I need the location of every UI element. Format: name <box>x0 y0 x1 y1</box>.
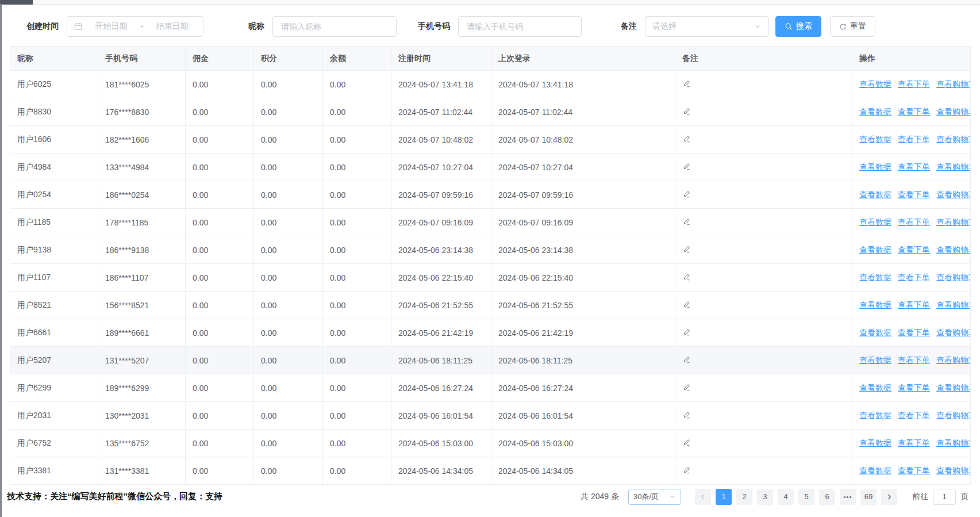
cell-remark <box>675 292 852 319</box>
cell-commission: 0.00 <box>186 457 254 485</box>
search-icon <box>785 22 793 30</box>
action-view-orders[interactable]: 查看下单 <box>898 162 930 171</box>
edit-remark-icon[interactable] <box>682 383 691 392</box>
edit-remark-icon[interactable] <box>682 328 691 336</box>
edit-remark-icon[interactable] <box>682 466 691 474</box>
edit-remark-icon[interactable] <box>682 190 691 198</box>
edit-remark-icon[interactable] <box>682 135 691 143</box>
action-view-data[interactable]: 查看数据 <box>859 438 891 447</box>
action-view-orders[interactable]: 查看下单 <box>898 411 930 420</box>
edit-remark-icon[interactable] <box>682 355 691 364</box>
pager-page-2[interactable]: 2 <box>736 489 752 505</box>
cell-nickname: 用户6752 <box>10 430 98 457</box>
cell-nickname: 用户6661 <box>10 319 98 347</box>
action-view-cart[interactable]: 查看购物车 <box>936 217 971 227</box>
action-view-orders[interactable]: 查看下单 <box>898 466 930 475</box>
nickname-input[interactable] <box>280 21 389 32</box>
action-view-cart[interactable]: 查看购物车 <box>936 438 971 447</box>
action-view-cart[interactable]: 查看购物车 <box>936 135 971 144</box>
pager-page-6[interactable]: 6 <box>819 489 835 505</box>
action-view-cart[interactable]: 查看购物车 <box>936 245 971 254</box>
action-view-cart[interactable]: 查看购物车 <box>936 411 971 420</box>
page-size-select[interactable]: 30条/页 <box>628 489 681 505</box>
action-view-cart[interactable]: 查看购物车 <box>936 162 971 171</box>
action-view-orders[interactable]: 查看下单 <box>898 245 930 254</box>
action-view-orders[interactable]: 查看下单 <box>898 107 930 116</box>
action-view-data[interactable]: 查看数据 <box>859 245 891 254</box>
search-button[interactable]: 搜索 <box>775 16 821 37</box>
cell-registered: 2024-05-06 15:03:00 <box>391 430 491 457</box>
pager-page-1[interactable]: 1 <box>716 489 732 505</box>
action-view-data[interactable]: 查看数据 <box>859 135 891 144</box>
edit-remark-icon[interactable] <box>682 411 691 419</box>
action-view-orders[interactable]: 查看下单 <box>898 273 930 282</box>
pager-prev-button[interactable] <box>695 489 711 505</box>
cell-commission: 0.00 <box>186 98 254 126</box>
action-view-data[interactable]: 查看数据 <box>859 383 891 392</box>
action-view-orders[interactable]: 查看下单 <box>898 217 930 227</box>
action-view-data[interactable]: 查看数据 <box>859 411 891 420</box>
goto-page-input[interactable] <box>933 489 956 505</box>
action-view-data[interactable]: 查看数据 <box>859 355 891 365</box>
action-view-cart[interactable]: 查看购物车 <box>936 300 971 309</box>
action-view-data[interactable]: 查看数据 <box>859 328 891 337</box>
action-view-orders[interactable]: 查看下单 <box>898 135 930 144</box>
action-view-data[interactable]: 查看数据 <box>859 217 891 227</box>
phone-input[interactable] <box>466 21 574 32</box>
cell-nickname: 用户1606 <box>10 126 98 154</box>
pager-more-button[interactable]: ••• <box>840 489 856 505</box>
action-view-data[interactable]: 查看数据 <box>859 107 891 116</box>
end-date-placeholder[interactable]: 结束日期 <box>148 21 196 32</box>
action-view-cart[interactable]: 查看购物车 <box>936 107 971 116</box>
cell-commission: 0.00 <box>186 71 254 98</box>
action-view-data[interactable]: 查看数据 <box>859 190 891 199</box>
reset-button[interactable]: 重置 <box>830 16 875 37</box>
pager-next-button[interactable] <box>881 489 897 505</box>
cell-balance: 0.00 <box>323 319 391 347</box>
edit-remark-icon[interactable] <box>682 438 691 447</box>
action-view-orders[interactable]: 查看下单 <box>898 355 930 365</box>
pager-page-5[interactable]: 5 <box>798 489 814 505</box>
cell-points: 0.00 <box>254 126 323 154</box>
cell-last-login: 2024-05-06 18:11:25 <box>491 347 675 374</box>
action-view-cart[interactable]: 查看购物车 <box>936 355 971 365</box>
pager-page-4[interactable]: 4 <box>778 489 794 505</box>
action-view-data[interactable]: 查看数据 <box>859 300 891 309</box>
chevron-right-icon <box>886 493 893 500</box>
edit-remark-icon[interactable] <box>682 245 691 254</box>
cell-remark <box>675 402 852 430</box>
action-view-cart[interactable]: 查看购物车 <box>936 190 971 199</box>
action-view-cart[interactable]: 查看购物车 <box>936 273 971 282</box>
table-row: 用户1606 182****1606 0.00 0.00 0.00 2024-0… <box>10 126 971 154</box>
pager-page-69[interactable]: 69 <box>860 489 877 505</box>
action-view-data[interactable]: 查看数据 <box>859 162 891 171</box>
remark-select[interactable]: 请选择 <box>645 16 768 37</box>
edit-remark-icon[interactable] <box>682 300 691 309</box>
action-view-data[interactable]: 查看数据 <box>859 466 891 475</box>
cell-commission: 0.00 <box>186 347 254 374</box>
pager-page-3[interactable]: 3 <box>757 489 773 505</box>
action-view-cart[interactable]: 查看购物车 <box>936 466 971 475</box>
action-view-orders[interactable]: 查看下单 <box>898 438 930 447</box>
action-view-orders[interactable]: 查看下单 <box>898 190 930 199</box>
action-view-orders[interactable]: 查看下单 <box>898 79 930 89</box>
action-view-orders[interactable]: 查看下单 <box>898 383 930 392</box>
date-range-picker[interactable]: 开始日期 - 结束日期 <box>67 16 203 37</box>
create-time-label: 创建时间 <box>26 21 59 32</box>
cell-actions: 查看数据查看下单查看购物车 <box>852 319 971 347</box>
action-view-orders[interactable]: 查看下单 <box>898 300 930 309</box>
edit-remark-icon[interactable] <box>682 79 691 88</box>
start-date-placeholder[interactable]: 开始日期 <box>87 21 135 32</box>
cell-nickname: 用户4984 <box>10 154 98 181</box>
action-view-orders[interactable]: 查看下单 <box>898 328 930 337</box>
action-view-data[interactable]: 查看数据 <box>859 273 891 282</box>
edit-remark-icon[interactable] <box>682 162 691 171</box>
action-view-cart[interactable]: 查看购物车 <box>936 328 971 337</box>
action-view-cart[interactable]: 查看购物车 <box>936 383 971 392</box>
action-view-cart[interactable]: 查看购物车 <box>936 79 971 89</box>
edit-remark-icon[interactable] <box>682 217 691 226</box>
edit-remark-icon[interactable] <box>682 107 691 116</box>
cell-registered: 2024-05-06 16:01:54 <box>391 402 491 430</box>
action-view-data[interactable]: 查看数据 <box>859 79 891 89</box>
edit-remark-icon[interactable] <box>682 273 691 281</box>
